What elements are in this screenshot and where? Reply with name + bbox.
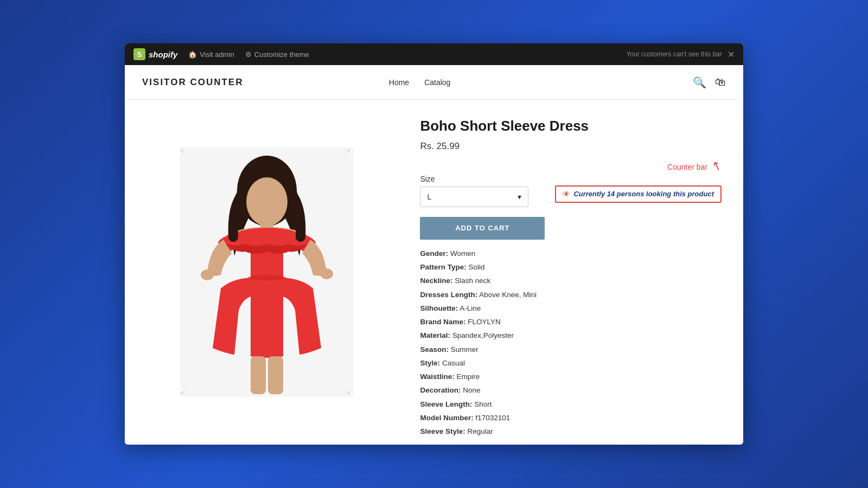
admin-bar-close[interactable]: ✕ [727, 49, 735, 60]
admin-bar-notice: Your customers can't see this bar [626, 50, 722, 58]
attr-brand: Brand Name: FLOYLYN [420, 317, 722, 328]
size-label: Size [420, 175, 548, 183]
svg-rect-8 [268, 356, 283, 394]
size-dropdown[interactable]: L ▾ [420, 187, 528, 207]
attr-material: Material: Spandex,Polyester [420, 330, 722, 341]
store-nav-icons: 🔍 🛍 [693, 76, 726, 89]
svg-point-5 [201, 269, 214, 280]
nav-home[interactable]: Home [389, 78, 409, 87]
corner-tl-icon: ↖ [180, 147, 189, 156]
corner-bl-icon: ↙ [180, 388, 189, 397]
store-icon: 🏠 [188, 50, 197, 59]
product-details-section: Boho Short Sleeve Dress Rs. 25.99 Counte… [409, 100, 743, 445]
svg-point-2 [246, 177, 288, 226]
product-image: ↖ ↗ ↙ ↘ [180, 147, 354, 397]
size-section: Size L ▾ [420, 175, 548, 207]
attr-decoration: Decoration: None [420, 385, 722, 396]
customize-theme-label: Customize theme [254, 50, 309, 59]
customize-theme-link[interactable]: ⚙ Customize theme [245, 50, 309, 59]
gear-icon: ⚙ [245, 50, 252, 59]
visit-admin-label: Visit admin [200, 50, 234, 59]
store-nav-links: Home Catalog [389, 78, 451, 87]
counter-annotation-label: Counter bar [667, 163, 707, 171]
corner-br-icon: ↘ [345, 388, 354, 397]
svg-point-4 [248, 275, 286, 280]
product-image-section: ↖ ↗ ↙ ↘ [125, 100, 409, 445]
eye-icon: 👁 [563, 190, 570, 198]
shopify-logo-text: shopify [149, 50, 177, 59]
product-title: Boho Short Sleeve Dress [420, 117, 722, 136]
admin-bar-right: Your customers can't see this bar ✕ [626, 49, 735, 60]
counter-bar-text: Currently 14 persons looking this produc… [573, 190, 714, 198]
store-nav: VISITOR COUNTER Home Catalog 🔍 🛍 [125, 65, 743, 100]
shopify-logo: S shopify [133, 48, 177, 60]
product-attributes: Gender: Women Pattern Type: Solid Neckli… [420, 248, 722, 438]
counter-annotation-row: Counter bar ↙ [420, 163, 722, 172]
attr-gender: Gender: Women [420, 248, 722, 259]
browser-window: S shopify 🏠 Visit admin ⚙ Customize them… [125, 43, 743, 445]
shopify-logo-icon: S [133, 48, 145, 60]
counter-bar-section: 👁 Currently 14 persons looking this prod… [555, 175, 722, 203]
corner-tr-icon: ↗ [345, 147, 354, 156]
attr-pattern: Pattern Type: Solid [420, 262, 722, 273]
attr-neckline: Neckline: Slash neck [420, 275, 722, 286]
dropdown-arrow-icon: ▾ [518, 192, 521, 201]
attr-length: Dresses Length: Above Knee, Mini [420, 290, 722, 300]
attr-model-number: Model Number: f17032101 [420, 413, 722, 423]
store-content: ↖ ↗ ↙ ↘ [125, 100, 743, 445]
attr-waistline: Waistline: Empire [420, 371, 722, 382]
attr-sleeve-style: Sleeve Style: Regular [420, 426, 722, 437]
svg-point-6 [320, 268, 333, 279]
product-price: Rs. 25.99 [420, 141, 722, 152]
svg-rect-7 [251, 356, 266, 394]
visit-admin-link[interactable]: 🏠 Visit admin [188, 50, 234, 59]
size-value: L [427, 192, 431, 201]
attr-sleeve-length: Sleeve Length: Short [420, 399, 722, 410]
attr-style: Style: Casual [420, 358, 722, 369]
attr-silhouette: Silhouette: A-Line [420, 303, 722, 314]
cart-icon[interactable]: 🛍 [715, 76, 726, 89]
search-icon[interactable]: 🔍 [693, 76, 706, 89]
nav-catalog[interactable]: Catalog [424, 78, 450, 87]
counter-bar: 👁 Currently 14 persons looking this prod… [555, 185, 722, 203]
store-name: VISITOR COUNTER [142, 77, 243, 88]
counter-arrow-icon: ↙ [710, 159, 723, 174]
add-to-cart-button[interactable]: ADD TO CART [420, 217, 545, 240]
attr-season: Season: Summer [420, 344, 722, 355]
admin-bar: S shopify 🏠 Visit admin ⚙ Customize them… [125, 43, 743, 65]
